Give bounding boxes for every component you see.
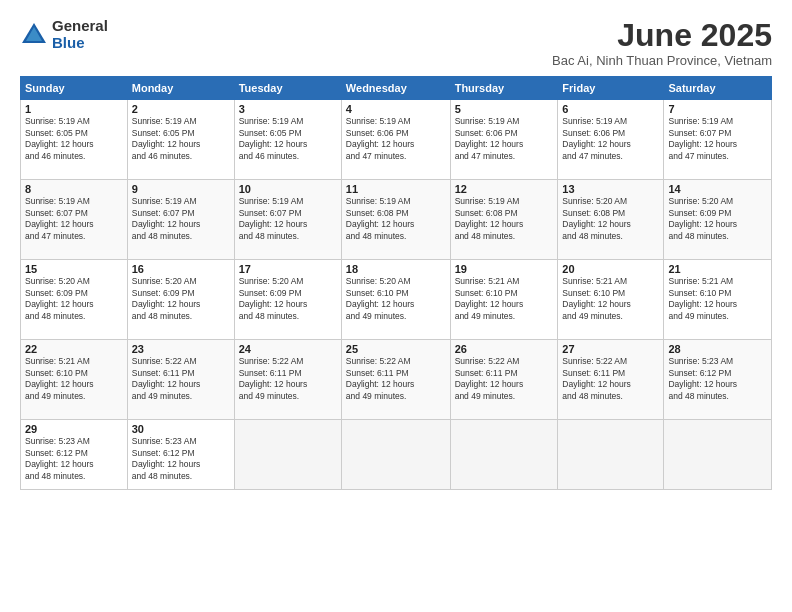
day-number: 21 [668,263,767,275]
table-row: 6Sunrise: 5:19 AMSunset: 6:06 PMDaylight… [558,100,664,180]
logo-icon [20,21,48,49]
logo-text: General Blue [52,18,108,51]
day-info: Sunrise: 5:20 AMSunset: 6:09 PMDaylight:… [668,196,767,242]
table-row: 20Sunrise: 5:21 AMSunset: 6:10 PMDayligh… [558,260,664,340]
day-info: Sunrise: 5:19 AMSunset: 6:05 PMDaylight:… [25,116,123,162]
col-monday: Monday [127,77,234,100]
day-info: Sunrise: 5:19 AMSunset: 6:05 PMDaylight:… [132,116,230,162]
table-row: 7Sunrise: 5:19 AMSunset: 6:07 PMDaylight… [664,100,772,180]
table-row: 21Sunrise: 5:21 AMSunset: 6:10 PMDayligh… [664,260,772,340]
day-info: Sunrise: 5:21 AMSunset: 6:10 PMDaylight:… [455,276,554,322]
day-info: Sunrise: 5:22 AMSunset: 6:11 PMDaylight:… [346,356,446,402]
day-number: 25 [346,343,446,355]
col-thursday: Thursday [450,77,558,100]
day-number: 28 [668,343,767,355]
table-row [341,420,450,490]
day-info: Sunrise: 5:19 AMSunset: 6:06 PMDaylight:… [455,116,554,162]
calendar-week-4: 22Sunrise: 5:21 AMSunset: 6:10 PMDayligh… [21,340,772,420]
day-number: 13 [562,183,659,195]
table-row: 2Sunrise: 5:19 AMSunset: 6:05 PMDaylight… [127,100,234,180]
header: General Blue June 2025 Bac Ai, Ninh Thua… [20,18,772,68]
table-row: 25Sunrise: 5:22 AMSunset: 6:11 PMDayligh… [341,340,450,420]
day-info: Sunrise: 5:19 AMSunset: 6:06 PMDaylight:… [562,116,659,162]
day-info: Sunrise: 5:21 AMSunset: 6:10 PMDaylight:… [562,276,659,322]
day-number: 1 [25,103,123,115]
day-number: 5 [455,103,554,115]
table-row: 26Sunrise: 5:22 AMSunset: 6:11 PMDayligh… [450,340,558,420]
calendar-table: Sunday Monday Tuesday Wednesday Thursday… [20,76,772,490]
day-info: Sunrise: 5:23 AMSunset: 6:12 PMDaylight:… [25,436,123,482]
day-number: 2 [132,103,230,115]
day-number: 9 [132,183,230,195]
table-row: 13Sunrise: 5:20 AMSunset: 6:08 PMDayligh… [558,180,664,260]
day-info: Sunrise: 5:22 AMSunset: 6:11 PMDaylight:… [562,356,659,402]
day-info: Sunrise: 5:19 AMSunset: 6:07 PMDaylight:… [239,196,337,242]
header-row: Sunday Monday Tuesday Wednesday Thursday… [21,77,772,100]
table-row: 29Sunrise: 5:23 AMSunset: 6:12 PMDayligh… [21,420,128,490]
day-info: Sunrise: 5:19 AMSunset: 6:08 PMDaylight:… [346,196,446,242]
day-number: 19 [455,263,554,275]
table-row: 9Sunrise: 5:19 AMSunset: 6:07 PMDaylight… [127,180,234,260]
col-sunday: Sunday [21,77,128,100]
table-row [234,420,341,490]
day-info: Sunrise: 5:22 AMSunset: 6:11 PMDaylight:… [455,356,554,402]
table-row: 28Sunrise: 5:23 AMSunset: 6:12 PMDayligh… [664,340,772,420]
calendar-week-2: 8Sunrise: 5:19 AMSunset: 6:07 PMDaylight… [21,180,772,260]
logo: General Blue [20,18,108,51]
table-row: 19Sunrise: 5:21 AMSunset: 6:10 PMDayligh… [450,260,558,340]
day-info: Sunrise: 5:22 AMSunset: 6:11 PMDaylight:… [132,356,230,402]
table-row: 3Sunrise: 5:19 AMSunset: 6:05 PMDaylight… [234,100,341,180]
table-row: 1Sunrise: 5:19 AMSunset: 6:05 PMDaylight… [21,100,128,180]
calendar-subtitle: Bac Ai, Ninh Thuan Province, Vietnam [552,53,772,68]
day-number: 30 [132,423,230,435]
day-info: Sunrise: 5:20 AMSunset: 6:09 PMDaylight:… [132,276,230,322]
calendar-header: Sunday Monday Tuesday Wednesday Thursday… [21,77,772,100]
day-info: Sunrise: 5:21 AMSunset: 6:10 PMDaylight:… [25,356,123,402]
calendar-week-3: 15Sunrise: 5:20 AMSunset: 6:09 PMDayligh… [21,260,772,340]
day-info: Sunrise: 5:19 AMSunset: 6:07 PMDaylight:… [132,196,230,242]
day-number: 29 [25,423,123,435]
table-row: 17Sunrise: 5:20 AMSunset: 6:09 PMDayligh… [234,260,341,340]
calendar-week-1: 1Sunrise: 5:19 AMSunset: 6:05 PMDaylight… [21,100,772,180]
day-info: Sunrise: 5:23 AMSunset: 6:12 PMDaylight:… [132,436,230,482]
col-tuesday: Tuesday [234,77,341,100]
table-row: 4Sunrise: 5:19 AMSunset: 6:06 PMDaylight… [341,100,450,180]
table-row: 22Sunrise: 5:21 AMSunset: 6:10 PMDayligh… [21,340,128,420]
table-row: 8Sunrise: 5:19 AMSunset: 6:07 PMDaylight… [21,180,128,260]
day-info: Sunrise: 5:20 AMSunset: 6:08 PMDaylight:… [562,196,659,242]
day-number: 26 [455,343,554,355]
table-row: 18Sunrise: 5:20 AMSunset: 6:10 PMDayligh… [341,260,450,340]
day-info: Sunrise: 5:20 AMSunset: 6:09 PMDaylight:… [25,276,123,322]
logo-general: General [52,18,108,35]
col-saturday: Saturday [664,77,772,100]
table-row: 23Sunrise: 5:22 AMSunset: 6:11 PMDayligh… [127,340,234,420]
day-info: Sunrise: 5:19 AMSunset: 6:07 PMDaylight:… [25,196,123,242]
day-number: 7 [668,103,767,115]
day-number: 12 [455,183,554,195]
day-number: 3 [239,103,337,115]
table-row: 14Sunrise: 5:20 AMSunset: 6:09 PMDayligh… [664,180,772,260]
day-info: Sunrise: 5:22 AMSunset: 6:11 PMDaylight:… [239,356,337,402]
table-row: 10Sunrise: 5:19 AMSunset: 6:07 PMDayligh… [234,180,341,260]
day-number: 8 [25,183,123,195]
table-row: 5Sunrise: 5:19 AMSunset: 6:06 PMDaylight… [450,100,558,180]
day-info: Sunrise: 5:19 AMSunset: 6:07 PMDaylight:… [668,116,767,162]
calendar-week-5: 29Sunrise: 5:23 AMSunset: 6:12 PMDayligh… [21,420,772,490]
col-friday: Friday [558,77,664,100]
table-row: 24Sunrise: 5:22 AMSunset: 6:11 PMDayligh… [234,340,341,420]
calendar-body: 1Sunrise: 5:19 AMSunset: 6:05 PMDaylight… [21,100,772,490]
day-number: 14 [668,183,767,195]
day-number: 16 [132,263,230,275]
day-number: 11 [346,183,446,195]
day-info: Sunrise: 5:23 AMSunset: 6:12 PMDaylight:… [668,356,767,402]
table-row: 30Sunrise: 5:23 AMSunset: 6:12 PMDayligh… [127,420,234,490]
table-row [450,420,558,490]
day-info: Sunrise: 5:19 AMSunset: 6:08 PMDaylight:… [455,196,554,242]
day-info: Sunrise: 5:21 AMSunset: 6:10 PMDaylight:… [668,276,767,322]
day-number: 4 [346,103,446,115]
table-row: 11Sunrise: 5:19 AMSunset: 6:08 PMDayligh… [341,180,450,260]
day-info: Sunrise: 5:19 AMSunset: 6:06 PMDaylight:… [346,116,446,162]
day-number: 27 [562,343,659,355]
page: General Blue June 2025 Bac Ai, Ninh Thua… [0,0,792,612]
day-number: 17 [239,263,337,275]
